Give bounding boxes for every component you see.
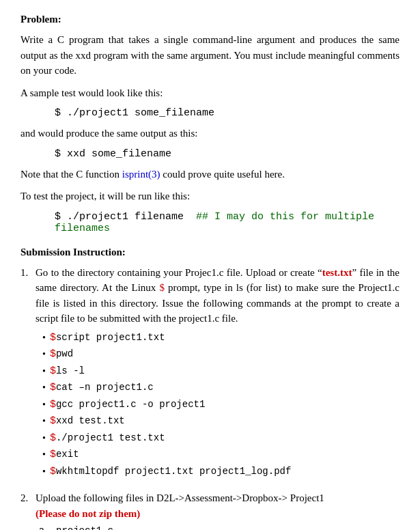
cmd-9: wkhtmltopdf project1.txt project1_log.pd… (56, 464, 291, 479)
cmd-4: cat –n project1.c (56, 380, 154, 395)
step-1-dollar: $ (159, 282, 165, 293)
files-alpha-list: project1.c project1_log.pdf (36, 524, 400, 530)
step-2-content: Upload the following files in D2L->Asses… (36, 490, 400, 530)
step-1-content: Go to the directory containing your Proj… (36, 265, 400, 482)
problem-section: Problem: Write a C program that takes a … (20, 14, 400, 234)
note-text-after: could prove quite useful here. (160, 169, 285, 180)
problem-title: Problem: (20, 14, 400, 25)
step-1-num: 1. (20, 265, 36, 281)
isprint-note: Note that the C function isprint(3) coul… (20, 167, 400, 182)
sample-label: A sample test would look like this: (20, 85, 400, 101)
test-command-block: $ ./project1 filename ## I may do this f… (55, 211, 400, 234)
bullet-item-5: $ gcc project1.c -o project1 (42, 398, 400, 413)
step-1-text-before: Go to the directory containing your Proj… (36, 267, 322, 278)
note-text-before: Note that the C function (20, 169, 122, 180)
bullet-item-4: $ cat –n project1.c (42, 380, 400, 396)
step-1: 1. Go to the directory containing your P… (20, 265, 400, 482)
test-command-text: $ ./project1 filename (55, 211, 184, 223)
step-2: 2. Upload the following files in D2L->As… (20, 490, 400, 530)
cmd-6: xxd test.txt (56, 414, 125, 428)
submission-title: Submission Instruction: (20, 247, 400, 258)
file-1: project1.c (56, 524, 400, 530)
bullet-commands-list: $ script project1.txt $ pwd $ ls -l $ ca… (36, 331, 400, 480)
cmd-1: script project1.txt (56, 331, 165, 345)
bullet-item-8: $ exit (42, 447, 400, 463)
bullet-item-9: $ wkhtmltopdf project1.txt project1_log.… (42, 464, 400, 480)
cmd-5: gcc project1.c -o project1 (56, 398, 205, 412)
step-1-testtxt: test.txt (322, 267, 352, 278)
cmd-8: exit (56, 447, 79, 462)
bullet-item-7: $ ./project1 test.txt (42, 431, 400, 447)
bullet-item-1: $ script project1.txt (42, 331, 400, 346)
sample-command-block: $ ./project1 some_filename (55, 107, 400, 119)
bullet-item-2: $ pwd (42, 347, 400, 363)
produce-label: and would produce the same output as thi… (20, 126, 400, 141)
cmd-3: ls -l (56, 364, 85, 378)
steps-list: 1. Go to the directory containing your P… (20, 265, 400, 531)
isprint-link: isprint(3) (122, 169, 160, 180)
test-label: To test the project, it will be run like… (20, 189, 400, 204)
bullet-item-6: $ xxd test.txt (42, 414, 400, 430)
cmd-7: ./project1 test.txt (56, 431, 165, 445)
problem-intro: Write a C program that takes a single co… (20, 32, 400, 79)
step-2-num: 2. (20, 490, 36, 506)
step-2-text: Upload the following files in D2L->Asses… (36, 492, 324, 503)
bullet-item-3: $ ls -l (42, 364, 400, 380)
submission-section: Submission Instruction: 1. Go to the dir… (20, 247, 400, 531)
cmd-2: pwd (56, 347, 73, 361)
produce-command-block: $ xxd some_filename (55, 148, 400, 160)
step-2-please: (Please do not zip them) (36, 508, 140, 519)
